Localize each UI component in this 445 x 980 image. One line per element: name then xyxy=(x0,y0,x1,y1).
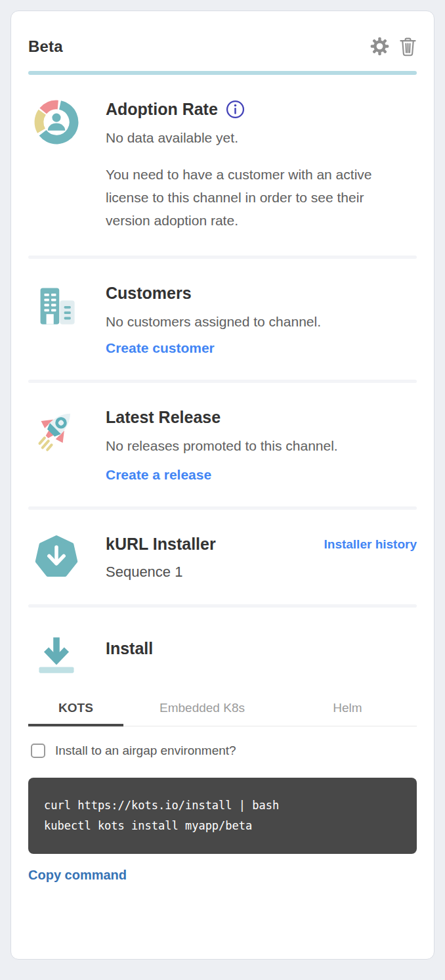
heptagon-download-icon xyxy=(28,535,106,581)
release-empty-text: No releases promoted to this channel. xyxy=(106,437,417,455)
latest-release-title: Latest Release xyxy=(106,408,417,427)
airgap-label[interactable]: Install to an airgap environment? xyxy=(55,744,236,758)
kurl-installer-section: kURL Installer Installer history Sequenc… xyxy=(28,510,417,604)
tab-helm[interactable]: Helm xyxy=(281,694,414,726)
copy-command-link[interactable]: Copy command xyxy=(28,868,127,883)
card-header: Beta xyxy=(28,11,417,56)
adoption-rate-section: Adoption Rate No data available yet. You… xyxy=(28,75,417,256)
latest-release-body: Latest Release No releases promoted to t… xyxy=(106,408,417,483)
installer-history-link[interactable]: Installer history xyxy=(324,537,417,552)
rocket-icon xyxy=(28,408,106,483)
adoption-empty-text: No data available yet. xyxy=(106,129,417,147)
channel-card: Beta xyxy=(11,11,434,960)
header-actions xyxy=(370,36,417,56)
customers-empty-text: No customers assigned to channel. xyxy=(106,313,417,331)
info-icon[interactable] xyxy=(226,100,245,119)
buildings-icon xyxy=(28,284,106,355)
installer-sequence: Sequence 1 xyxy=(106,564,417,581)
install-section: Install xyxy=(28,608,417,677)
install-tabs: KOTS Embedded K8s Helm xyxy=(28,694,417,726)
create-release-link[interactable]: Create a release xyxy=(106,467,211,483)
delete-channel-button[interactable] xyxy=(399,37,417,56)
adoption-rate-body: Adoption Rate No data available yet. You… xyxy=(106,100,417,232)
download-arrow-icon xyxy=(28,633,106,677)
create-customer-link[interactable]: Create customer xyxy=(106,340,215,356)
install-command-block: curl https://kots.io/install | bashkubec… xyxy=(28,778,417,854)
airgap-row: Install to an airgap environment? xyxy=(28,744,417,758)
customers-body: Customers No customers assigned to chann… xyxy=(106,284,417,355)
command-line-2: kubectl kots install myapp/beta xyxy=(44,816,401,836)
gear-icon xyxy=(370,36,390,56)
settings-button[interactable] xyxy=(370,36,390,56)
customers-title: Customers xyxy=(106,284,417,303)
adoption-donut-user-icon xyxy=(28,100,106,232)
install-title: Install xyxy=(106,639,417,658)
tab-embedded-k8s[interactable]: Embedded K8s xyxy=(123,694,281,726)
channel-title: Beta xyxy=(28,37,63,56)
kurl-installer-body: kURL Installer Installer history Sequenc… xyxy=(106,535,417,581)
kurl-title-row: kURL Installer Installer history xyxy=(106,535,417,554)
latest-release-section: Latest Release No releases promoted to t… xyxy=(28,383,417,506)
adoption-rate-title-text: Adoption Rate xyxy=(106,100,218,119)
install-body: Install xyxy=(106,633,417,677)
command-line-1: curl https://kots.io/install | bash xyxy=(44,795,401,816)
airgap-checkbox[interactable] xyxy=(31,744,45,758)
customers-section: Customers No customers assigned to chann… xyxy=(28,259,417,379)
tab-kots[interactable]: KOTS xyxy=(28,694,123,726)
adoption-rate-title: Adoption Rate xyxy=(106,100,417,119)
kurl-installer-title: kURL Installer xyxy=(106,535,216,554)
trash-icon xyxy=(399,37,417,56)
adoption-description: You need to have a customer with an acti… xyxy=(106,163,402,232)
